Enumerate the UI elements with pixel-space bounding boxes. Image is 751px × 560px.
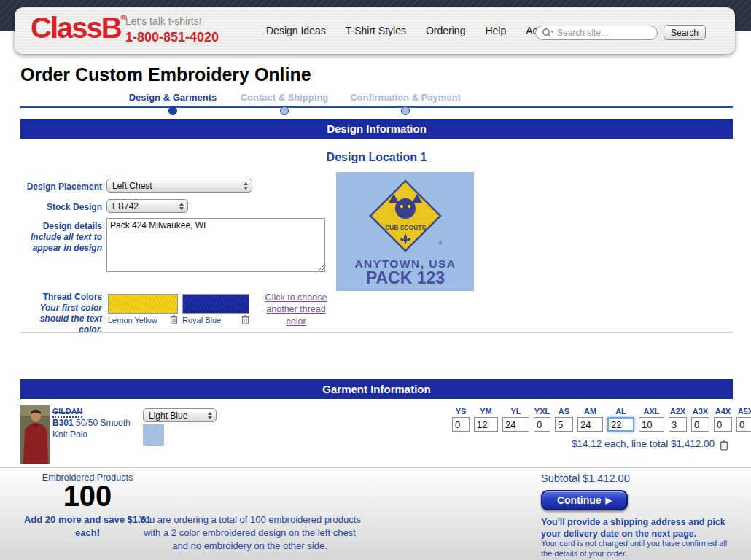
step-contact-shipping: Contact & Shipping — [219, 92, 350, 114]
continue-arrow-icon: ▶ — [606, 496, 612, 505]
size-col-yxl: YXL — [534, 407, 550, 432]
step-confirmation-payment: Confirmation & Payment — [332, 92, 478, 114]
garment-color-select[interactable]: Light Blue — [143, 408, 217, 422]
size-input-ys[interactable] — [452, 417, 470, 432]
main-nav: Design Ideas T-Shirt Styles Ordering Hel… — [266, 25, 563, 36]
thread-color-royal-blue: Royal Blue — [182, 294, 249, 324]
design-details-sublabel: Include all text to appear in design — [20, 232, 102, 254]
order-note: You are ordering a total of 100 embroide… — [135, 513, 365, 553]
garment-color-swatch[interactable] — [143, 424, 164, 446]
nav-help[interactable]: Help — [485, 25, 506, 36]
line-total: $14.12 each, line total $1,412.00 — [452, 438, 715, 449]
size-grid: YS YM YL YXL AS AM AL AXL — [452, 407, 751, 432]
size-input-a5x[interactable] — [736, 417, 751, 432]
size-col-a3x: A3X — [691, 407, 709, 432]
stock-design-select[interactable]: EB742 — [106, 199, 188, 213]
design-placement-select[interactable]: Left Chest — [106, 179, 252, 192]
order-summary-footer: Embroidered Products 100 Add 20 more and… — [0, 467, 751, 560]
search-button[interactable]: Search — [664, 25, 706, 40]
size-col-yl: YL — [502, 407, 529, 432]
badge-text: CUB SCOUTS — [385, 224, 427, 231]
step-label: Confirmation & Payment — [332, 92, 478, 103]
delete-thread-color-icon[interactable] — [241, 315, 249, 324]
size-header: YM — [474, 407, 498, 416]
thread-name-royal-blue: Royal Blue — [182, 316, 221, 324]
delete-thread-color-icon[interactable] — [170, 315, 178, 324]
size-header: YS — [452, 407, 470, 416]
size-header: A4X — [714, 407, 732, 416]
step-dot — [280, 106, 289, 115]
select-stepper-icon — [244, 182, 248, 190]
product-code-link[interactable]: B301 — [52, 418, 74, 428]
thread-link-line2: another thread color — [257, 303, 335, 327]
size-input-a4x[interactable] — [714, 417, 732, 432]
size-input-a2x[interactable] — [669, 417, 687, 432]
design-details-label-main: Design details — [20, 221, 102, 232]
size-header: AXL — [639, 407, 664, 416]
stock-design-value: EB742 — [112, 201, 139, 211]
preview-line2: PACK 123 — [366, 268, 445, 287]
size-header: AM — [577, 407, 603, 416]
add-thread-color-link[interactable]: Click to choose another thread color — [257, 292, 335, 327]
brand-logo[interactable]: GILDAN — [52, 407, 82, 418]
svg-text:®: ® — [438, 241, 443, 246]
nav-tshirt-styles[interactable]: T-Shirt Styles — [346, 25, 406, 36]
delete-garment-line-icon[interactable] — [720, 440, 728, 451]
design-information-header: Design Information — [20, 119, 733, 139]
size-input-ym[interactable] — [474, 417, 498, 432]
size-header: A3X — [691, 407, 709, 416]
step-dot — [401, 106, 410, 115]
section-divider — [20, 332, 733, 332]
size-col-a2x: A2X — [669, 407, 687, 432]
classb-logo[interactable]: ClassB® — [31, 12, 127, 44]
search-area: Search — [535, 25, 706, 40]
thread-colors-label: Thread Colors Your first color should th… — [20, 292, 102, 335]
search-box[interactable] — [535, 26, 658, 40]
product-thumbnail[interactable] — [20, 405, 50, 464]
size-header: YL — [502, 407, 529, 416]
logo-text: ClassB — [31, 12, 121, 44]
step-label: Contact & Shipping — [219, 92, 350, 103]
search-input[interactable] — [557, 28, 645, 38]
size-col-al: AL — [607, 407, 634, 432]
design-details-textarea[interactable]: Pack 424 Milwaukee, WI — [106, 218, 325, 272]
size-input-as[interactable] — [555, 417, 573, 432]
continue-label: Continue — [557, 494, 602, 506]
phone-number: 1-800-851-4020 — [125, 30, 219, 45]
size-input-a3x[interactable] — [691, 417, 709, 432]
thread-name-lemon-yellow: Lemon Yellow — [108, 316, 157, 324]
step-dot-active — [168, 106, 177, 115]
size-header: YXL — [534, 407, 550, 416]
page: ClassB® Let's talk t-shirts! 1-800-851-4… — [0, 0, 751, 560]
design-placement-value: Left Chest — [112, 181, 152, 191]
continue-button[interactable]: Continue ▶ — [541, 490, 628, 510]
garment-information-header: Garment Information — [20, 379, 733, 399]
embroidered-products-count: 100 — [29, 480, 146, 513]
size-input-yl[interactable] — [502, 417, 529, 432]
design-details-label: Design details Include all text to appea… — [20, 221, 102, 254]
thread-colors-sublabel: Your first color should the text color. — [20, 303, 102, 335]
thread-swatch-lemon-yellow[interactable] — [108, 294, 178, 314]
size-input-axl[interactable] — [639, 417, 664, 432]
size-input-yxl[interactable] — [534, 417, 550, 432]
save-note: Add 20 more and save $1.61 each! — [22, 513, 153, 539]
size-col-a5x: A5X — [736, 407, 751, 432]
page-title: Order Custom Embroidery Online — [20, 64, 311, 85]
size-header: AL — [607, 407, 634, 416]
size-header: A5X — [736, 407, 751, 416]
nav-ordering[interactable]: Ordering — [426, 25, 465, 36]
size-header: A2X — [669, 407, 687, 416]
nav-design-ideas[interactable]: Design Ideas — [266, 25, 326, 36]
size-input-am[interactable] — [577, 417, 603, 432]
size-col-as: AS — [555, 407, 573, 432]
tagline: Let's talk t-shirts! — [125, 15, 202, 27]
thread-swatch-royal-blue[interactable] — [182, 294, 249, 314]
card-note: Your card is not charged until you have … — [541, 538, 736, 559]
size-input-al-focused[interactable] — [607, 417, 634, 432]
size-col-am: AM — [577, 407, 603, 432]
size-col-ys: YS — [452, 407, 470, 432]
subtotal: Subtotal $1,412.00 — [541, 472, 630, 484]
search-icon — [542, 28, 554, 37]
garment-color-value: Light Blue — [149, 411, 187, 421]
select-stepper-icon — [208, 412, 212, 419]
